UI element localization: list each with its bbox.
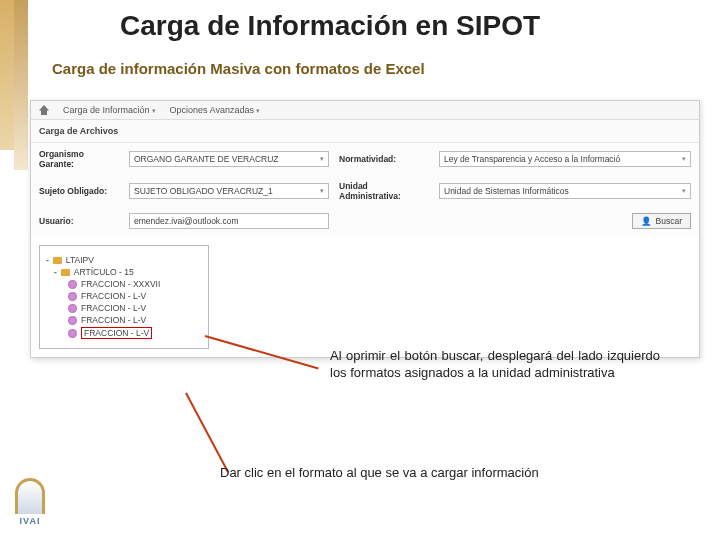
doc-icon bbox=[68, 316, 77, 325]
tree-fraccion-3[interactable]: FRACCION - L-V bbox=[68, 302, 202, 314]
form-row-2: Sujeto Obligado: SUJETO OBLIGADO VERACRU… bbox=[31, 175, 699, 207]
folder-icon bbox=[61, 269, 70, 276]
tree-article-label: ARTÍCULO - 15 bbox=[74, 267, 134, 277]
chevron-down-icon: ▾ bbox=[320, 155, 324, 163]
app-screenshot: Carga de Información▾ Opciones Avanzadas… bbox=[30, 100, 700, 358]
select-normatividad[interactable]: Ley de Transparencia y Acceso a la Infor… bbox=[439, 151, 691, 167]
value-organismo: ORGANO GARANTE DE VERACRUZ bbox=[134, 154, 279, 164]
select-sujeto[interactable]: SUJETO OBLIGADO VERACRUZ_1▾ bbox=[129, 183, 329, 199]
doc-icon bbox=[68, 329, 77, 338]
value-unidad: Unidad de Sistemas Informáticos bbox=[444, 186, 569, 196]
caret-down-icon: ▾ bbox=[256, 107, 260, 114]
doc-icon bbox=[68, 304, 77, 313]
menu-carga[interactable]: Carga de Información▾ bbox=[63, 105, 156, 115]
select-unidad[interactable]: Unidad de Sistemas Informáticos▾ bbox=[439, 183, 691, 199]
tree-f5-label-highlighted: FRACCION - L-V bbox=[81, 327, 152, 339]
chevron-down-icon: ▾ bbox=[320, 187, 324, 195]
logo-arch-icon bbox=[15, 478, 45, 514]
folder-icon bbox=[53, 257, 62, 264]
tree-panel: -LTAIPV -ARTÍCULO - 15 FRACCION - XXXVII… bbox=[39, 245, 209, 349]
menu-carga-label: Carga de Información bbox=[63, 105, 150, 115]
slide-title: Carga de Información en SIPOT bbox=[120, 10, 540, 42]
tree-f3-label: FRACCION - L-V bbox=[81, 303, 146, 313]
select-organismo[interactable]: ORGANO GARANTE DE VERACRUZ▾ bbox=[129, 151, 329, 167]
tree-root[interactable]: -LTAIPV bbox=[46, 254, 202, 266]
value-normatividad: Ley de Transparencia y Acceso a la Infor… bbox=[444, 154, 620, 164]
chevron-down-icon: ▾ bbox=[682, 155, 686, 163]
menu-opciones-label: Opciones Avanzadas bbox=[170, 105, 254, 115]
menu-opciones[interactable]: Opciones Avanzadas▾ bbox=[170, 105, 260, 115]
doc-icon bbox=[68, 292, 77, 301]
tree-fraccion-4[interactable]: FRACCION - L-V bbox=[68, 314, 202, 326]
tree-root-label: LTAIPV bbox=[66, 255, 94, 265]
tree-f2-label: FRACCION - L-V bbox=[81, 291, 146, 301]
menubar: Carga de Información▾ Opciones Avanzadas… bbox=[31, 101, 699, 120]
ivai-logo: IVAI bbox=[8, 478, 52, 532]
search-button[interactable]: 👤Buscar bbox=[632, 213, 691, 229]
tree-f1-label: FRACCION - XXXVII bbox=[81, 279, 160, 289]
caret-down-icon: ▾ bbox=[152, 107, 156, 114]
tree-fraccion-1[interactable]: FRACCION - XXXVII bbox=[68, 278, 202, 290]
chevron-down-icon: ▾ bbox=[682, 187, 686, 195]
tree-f4-label: FRACCION - L-V bbox=[81, 315, 146, 325]
annotation-text-2: Dar clic en el formato al que se va a ca… bbox=[220, 465, 680, 480]
label-sujeto: Sujeto Obligado: bbox=[39, 186, 119, 196]
label-unidad: Unidad Administrativa: bbox=[339, 181, 429, 201]
label-usuario: Usuario: bbox=[39, 216, 119, 226]
collapse-icon: - bbox=[46, 255, 49, 265]
tree-article[interactable]: -ARTÍCULO - 15 bbox=[54, 266, 202, 278]
tree-fraccion-2[interactable]: FRACCION - L-V bbox=[68, 290, 202, 302]
tree-fraccion-5[interactable]: FRACCION - L-V bbox=[68, 326, 202, 340]
label-normatividad: Normatividad: bbox=[339, 154, 429, 164]
form-row-1: Organismo Garante: ORGANO GARANTE DE VER… bbox=[31, 143, 699, 175]
doc-icon bbox=[68, 280, 77, 289]
annotation-arrow-2 bbox=[185, 393, 229, 473]
annotation-text-1: Al oprimir el botón buscar, desplegará d… bbox=[330, 348, 660, 382]
collapse-icon: - bbox=[54, 267, 57, 277]
section-header: Carga de Archivos bbox=[31, 120, 699, 143]
label-organismo: Organismo Garante: bbox=[39, 149, 119, 169]
logo-text: IVAI bbox=[8, 516, 52, 526]
person-icon: 👤 bbox=[641, 216, 652, 226]
slide-subtitle: Carga de información Masiva con formatos… bbox=[52, 60, 425, 77]
home-icon[interactable] bbox=[39, 105, 49, 115]
search-button-label: Buscar bbox=[656, 216, 682, 226]
value-sujeto: SUJETO OBLIGADO VERACRUZ_1 bbox=[134, 186, 273, 196]
input-usuario[interactable]: emendez.ivai@outlook.com bbox=[129, 213, 329, 229]
form-row-3: Usuario: emendez.ivai@outlook.com 👤Busca… bbox=[31, 207, 699, 235]
